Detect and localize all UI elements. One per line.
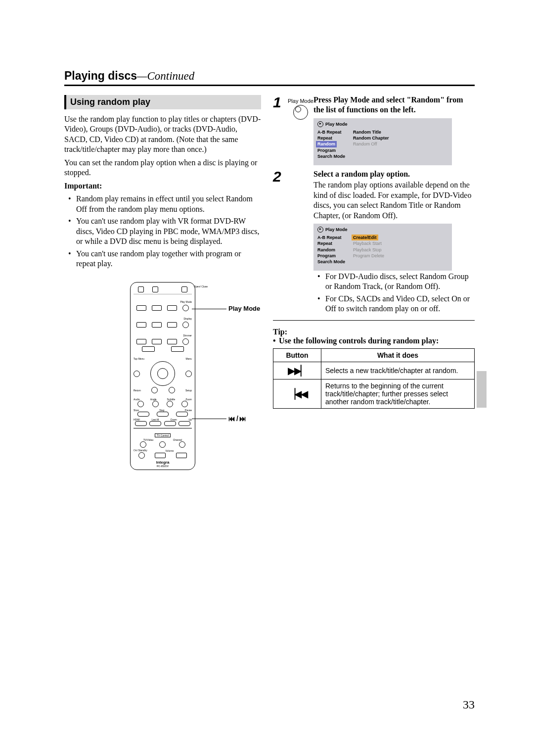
columns: Using random play Use the random play fu… <box>64 95 475 495</box>
channel-label: Channel <box>173 438 182 441</box>
next-track-desc: Selects a new track/title/chapter at ran… <box>321 362 475 379</box>
menu-item: Search Mode <box>317 153 345 159</box>
remote-illustration: Open/ Close Play Mode Display <box>64 282 261 495</box>
remote-button <box>149 421 161 426</box>
remote-next-button <box>178 421 190 426</box>
remote-button <box>151 387 158 393</box>
subtitle-label: Subtitle <box>167 398 176 401</box>
important-item: You can't use random play together with … <box>72 249 261 269</box>
menu-item: Random <box>317 247 345 253</box>
remote-playmode-button <box>182 305 189 311</box>
step-2-bullet: For CDs, SACDs and Video CD, select On o… <box>321 294 475 314</box>
step-number: 1 <box>273 95 288 110</box>
table-row: ▶▶▏ Selects a new track/title/chapter at… <box>273 362 475 379</box>
tv-video-label: TV/Video <box>143 438 153 441</box>
menu-item: Repeat <box>317 135 345 141</box>
step-1-icon: Play Mode <box>288 95 313 120</box>
remote-button <box>167 305 177 311</box>
remote-enter <box>157 368 168 379</box>
play-mode-tiny-label: Play Mode <box>180 300 192 303</box>
remote-brand: Integra <box>134 460 192 465</box>
remote-button <box>137 412 149 417</box>
remote-button <box>179 441 185 448</box>
remote-button <box>176 453 187 458</box>
display-label: Display <box>184 317 192 320</box>
step-number: 2 <box>273 169 288 184</box>
callout-prev-next: ⏮ / ⏭ <box>228 415 246 423</box>
remote-dpad <box>150 361 175 386</box>
callout-playmode: Play Mode <box>228 305 260 312</box>
remote-button <box>138 286 144 292</box>
step-2-bullets: For DVD-Audio discs, select Random Group… <box>313 272 475 314</box>
remote-button <box>152 286 158 292</box>
step-2: 2 Select a random play option. The rando… <box>273 169 475 317</box>
tip-block: Tip: • Use the following controls during… <box>273 328 475 409</box>
remote-button <box>169 387 175 393</box>
remote-button <box>159 441 166 448</box>
remote-model: RC-652DV <box>134 465 192 468</box>
menu-item: Repeat <box>317 240 345 246</box>
step-1-menu: Play Mode A-B Repeat Repeat Random Progr… <box>313 118 452 165</box>
menu-item: A-B Repeat <box>317 129 345 135</box>
remote-body: Open/ Close Play Mode Display <box>130 282 195 470</box>
step-2-body: Select a random play option. The random … <box>313 169 475 317</box>
top-menu-label: Top Menu <box>134 357 144 360</box>
menu-header: Play Mode <box>325 227 348 233</box>
chapter-header: Playing discs—Continued <box>64 69 475 86</box>
on-standby-label: On/ Standby <box>134 449 147 452</box>
remote-button <box>157 412 169 417</box>
step-label: Step <box>159 409 164 412</box>
remote-button <box>155 453 166 458</box>
disc-icon <box>317 227 323 233</box>
menu-option-dim: Playback Stop <box>353 247 384 253</box>
menu-option-dim: Random Off <box>353 141 389 147</box>
remote-button <box>142 346 155 352</box>
step-2-icon <box>288 169 313 172</box>
step-icon-label: Play Mode <box>288 98 313 104</box>
dimmer-label: Dimmer <box>183 334 192 337</box>
hdmi-label: HDMI <box>134 418 140 421</box>
prev-track-icon: ▕◀◀ <box>273 379 321 408</box>
audio-label: Audio <box>134 398 140 401</box>
remote-button <box>152 401 159 407</box>
tv-control-label: TV Control <box>155 433 171 437</box>
remote-button <box>137 401 144 407</box>
slow-label: Slow <box>134 409 139 412</box>
remote-button <box>167 339 177 344</box>
remote-button <box>176 412 188 417</box>
important-item: You can't use random play with VR format… <box>72 216 261 246</box>
remote-button <box>167 401 173 407</box>
remote-button <box>181 401 188 407</box>
important-item: Random play remains in effect until you … <box>72 194 261 214</box>
pause-label: Pause <box>185 409 192 412</box>
remote-button <box>152 322 162 328</box>
prev-track-desc: Returns to the beginning of the current … <box>321 379 475 408</box>
menu-item: Search Mode <box>317 259 345 265</box>
menu-item: Program <box>317 253 345 259</box>
step-2-bullet: For DVD-Audio discs, select Random Group… <box>321 272 475 292</box>
side-tab <box>477 371 487 408</box>
remote-prev-button <box>164 421 176 426</box>
zoom-label: Zoom <box>185 398 192 401</box>
remote-button <box>152 305 162 311</box>
remote-button <box>182 338 189 345</box>
menu-option: Random Chapter <box>353 135 389 141</box>
up-label: Up <box>189 418 192 421</box>
remote-button <box>136 322 146 328</box>
th-button: Button <box>273 348 321 362</box>
remote-button <box>185 371 192 377</box>
menu-right-col: Random Title Random Chapter Random Off <box>353 129 389 159</box>
table-header-row: Button What it does <box>273 348 475 362</box>
page: Playing discs—Continued Using random pla… <box>0 0 534 495</box>
intro-para-1: Use the random play function to play tit… <box>64 114 261 155</box>
intro-para-2: You can set the random play option when … <box>64 158 261 178</box>
callout-line <box>192 419 226 419</box>
section-title: Using random play <box>64 95 261 109</box>
step-2-text: The random play options available depend… <box>313 180 475 221</box>
left-column: Using random play Use the random play fu… <box>64 95 261 495</box>
remote-button <box>136 339 146 344</box>
remote-button <box>182 322 189 328</box>
menu-header: Play Mode <box>325 121 348 127</box>
remote-button <box>152 339 162 344</box>
menu-label: Menu <box>185 357 192 360</box>
